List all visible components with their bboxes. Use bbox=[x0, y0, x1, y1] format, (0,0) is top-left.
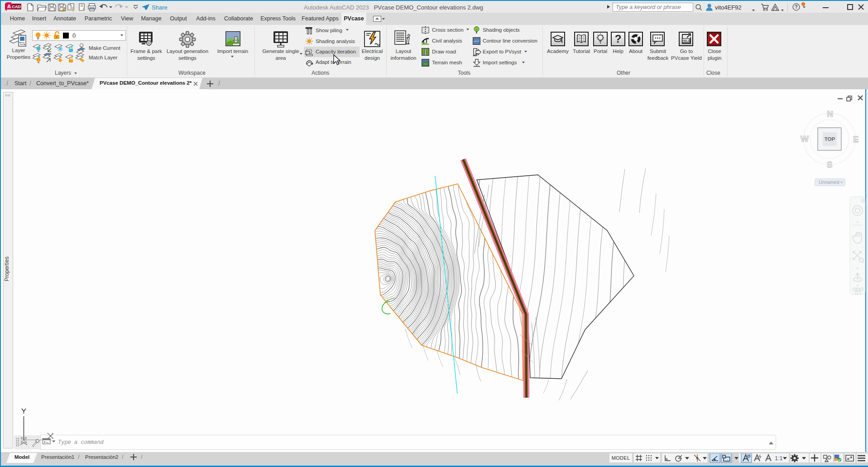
svg-text:Match Layer: Match Layer bbox=[89, 55, 117, 60]
svg-text:Make Current: Make Current bbox=[89, 45, 120, 51]
svg-text:?: ? bbox=[795, 4, 797, 10]
svg-text:i: i bbox=[406, 32, 410, 47]
svg-text:TOP: TOP bbox=[825, 136, 835, 142]
svg-text:E: E bbox=[853, 135, 859, 144]
svg-text:N: N bbox=[827, 109, 833, 119]
svg-text:A: A bbox=[7, 4, 11, 9]
svg-text:W: W bbox=[801, 134, 809, 144]
svg-text:1:1: 1:1 bbox=[775, 455, 782, 462]
svg-text:S: S bbox=[827, 160, 833, 169]
svg-text:0: 0 bbox=[72, 32, 76, 39]
svg-text:CAD: CAD bbox=[12, 5, 21, 9]
svg-text:?: ? bbox=[615, 33, 622, 45]
svg-text:YIELD: YIELD bbox=[682, 39, 691, 42]
